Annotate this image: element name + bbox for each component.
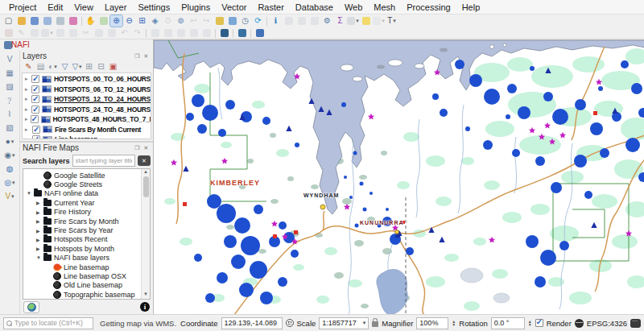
tree-expander-icon[interactable]: ▶ (36, 246, 41, 251)
new-print-layout-icon[interactable] (54, 15, 66, 27)
tree-expander-icon[interactable]: ▶ (36, 209, 41, 215)
paste-features-icon[interactable] (105, 27, 118, 39)
menu-item[interactable]: Help (456, 2, 486, 13)
tree-expander-icon[interactable]: ▶ (36, 237, 41, 242)
measure-icon[interactable] (347, 15, 359, 27)
tree-item[interactable]: ▶ Fire Scars by Month (25, 217, 140, 225)
tree-item[interactable]: Topographic basemap (25, 290, 140, 299)
toggle-editing-icon[interactable]: ✎ (15, 27, 27, 39)
menu-item[interactable]: Settings (132, 2, 175, 13)
current-edits-icon[interactable] (2, 27, 14, 39)
close-panel-icon[interactable] (142, 144, 151, 152)
pan-map-icon[interactable]: ✋ (85, 15, 97, 27)
invert-selection-icon[interactable] (200, 27, 213, 39)
render-checkbox[interactable] (535, 319, 543, 327)
layer-row[interactable]: ▸ HOTSPOTS_00_TO_06_HOURS (23, 74, 151, 85)
identify-features-icon[interactable]: ℹ (270, 15, 282, 27)
layer-visibility-checkbox[interactable] (31, 106, 39, 114)
tree-expander-icon[interactable]: ▶ (36, 218, 41, 224)
help-contents-icon[interactable] (254, 27, 266, 39)
extents-icon[interactable] (286, 319, 294, 327)
statistics-icon[interactable]: Σ (334, 15, 346, 27)
layer-visibility-checkbox[interactable] (32, 135, 40, 139)
remove-layer-icon[interactable]: ▣ (108, 62, 118, 72)
layer-row[interactable]: ▸ HOTSPOTS_48_HOURS_TO_7_DAYS (23, 114, 151, 125)
menu-item[interactable]: Database (290, 2, 339, 13)
save-edits-icon[interactable] (28, 27, 40, 39)
menu-item[interactable]: Web (339, 2, 368, 13)
redo-icon[interactable]: ↷ (131, 27, 143, 39)
menu-item[interactable]: Plugins (175, 2, 216, 13)
messages-icon[interactable] (630, 319, 641, 328)
tree-item[interactable]: ▶ Fire Scars by Year (25, 225, 140, 234)
new-bookmark-icon[interactable] (213, 15, 225, 27)
add-spatialite-layer-icon[interactable]: ● (2, 135, 17, 147)
collapse-all-icon[interactable]: ⊟ (96, 62, 106, 72)
add-group-icon[interactable]: ▤ (35, 62, 46, 72)
add-vector-layer-icon[interactable]: V (2, 53, 17, 65)
magnifier-spinner[interactable]: ▲▼ (452, 320, 456, 327)
menu-item[interactable]: Raster (252, 2, 289, 13)
tree-item[interactable]: ▼ NAFI online data (25, 189, 140, 198)
select-by-value-icon[interactable] (149, 27, 161, 39)
lock-scale-icon[interactable] (372, 321, 378, 327)
new-project-icon[interactable]: ▢ (2, 15, 14, 27)
tree-item[interactable]: Line basemap (25, 263, 140, 271)
nafi-website-button[interactable] (23, 301, 39, 313)
layer-row[interactable]: ▸ Fire Scars By Month Current (23, 125, 151, 135)
annotation-icon[interactable] (373, 15, 385, 27)
zoom-to-layer-icon[interactable]: ⊚ (175, 15, 187, 27)
tree-item[interactable]: ▼ NAFI base layers (25, 254, 140, 263)
filter-legend-icon[interactable]: ▽ (60, 62, 70, 72)
zoom-out-icon[interactable]: ⊖ (123, 15, 135, 27)
scale-combobox[interactable]: 1:1857717 (319, 317, 369, 329)
coordinate-input[interactable] (221, 317, 283, 329)
open-attribute-table-icon[interactable] (295, 15, 308, 27)
select-features-icon[interactable] (283, 15, 295, 27)
select-by-expression-icon[interactable] (162, 27, 174, 39)
expand-arrow-icon[interactable]: ▸ (25, 76, 29, 82)
deselect-icon[interactable] (175, 27, 187, 39)
expand-arrow-icon[interactable]: ▸ (25, 96, 29, 102)
about-info-button[interactable] (140, 302, 150, 312)
zoom-to-selection-icon[interactable]: ⊙ (162, 15, 174, 27)
menu-item[interactable]: Mesh (368, 2, 401, 13)
open-project-icon[interactable] (15, 15, 27, 27)
float-panel-icon[interactable] (133, 52, 142, 60)
menu-item[interactable]: Vector (216, 2, 252, 13)
layer-row[interactable]: ▸ HOTSPOTS_24_TO_48_HOURS (23, 105, 151, 115)
zoom-in-icon[interactable]: ⊕ (110, 15, 122, 27)
zoom-next-icon[interactable]: ↪ (200, 15, 213, 27)
copy-features-icon[interactable] (93, 27, 105, 39)
menu-item[interactable]: Edit (42, 2, 68, 13)
tree-expander-icon[interactable]: ▶ (36, 200, 41, 205)
expand-arrow-icon[interactable]: ▸ (25, 136, 30, 139)
clear-search-icon[interactable] (138, 155, 151, 166)
tree-item[interactable]: Google Streets (25, 180, 140, 188)
pan-to-selection-icon[interactable] (97, 15, 109, 27)
temporal-controller-icon[interactable]: ◷ (239, 15, 251, 27)
layer-visibility-checkbox[interactable] (31, 115, 39, 123)
layer-visibility-checkbox[interactable] (31, 95, 39, 103)
menu-item[interactable]: Layer (99, 2, 133, 13)
tree-item[interactable]: ▶ Current Year (25, 198, 140, 207)
map-canvas[interactable]: KIMBERLEY WYNDHAM KUNUNURRA (153, 39, 644, 314)
menu-item[interactable]: Project (3, 2, 42, 13)
add-virtual-layer-icon[interactable]: ▧ (2, 122, 17, 134)
zoom-native-icon[interactable]: ⊞ (136, 15, 148, 27)
add-postgis-layer-icon[interactable]: ◉ (2, 149, 17, 161)
tree-item[interactable]: Old Line basemap (25, 281, 140, 290)
add-wfs-layer-icon[interactable]: V (2, 190, 17, 202)
layer-visibility-checkbox[interactable] (31, 75, 39, 83)
tree-scrollbar[interactable]: ▲▼ (141, 169, 150, 299)
tree-item[interactable]: ▶ Hotspots Recent (25, 235, 140, 244)
add-feature-icon[interactable] (41, 27, 53, 39)
cut-features-icon[interactable]: ✂ (80, 27, 92, 39)
tree-expander-icon[interactable]: ▼ (27, 191, 31, 196)
select-all-icon[interactable] (188, 27, 200, 39)
expand-arrow-icon[interactable]: ▸ (25, 86, 29, 93)
layer-row[interactable]: ▸ HOTSPOTS_12_TO_24_HOURS (23, 94, 151, 105)
layer-row[interactable]: ▸ HOTSPOTS_06_TO_12_HOURS (23, 85, 151, 95)
add-gps-layer-icon[interactable]: ⌇ (2, 108, 17, 120)
processing-toolbox-icon[interactable]: ⚙ (321, 15, 333, 27)
